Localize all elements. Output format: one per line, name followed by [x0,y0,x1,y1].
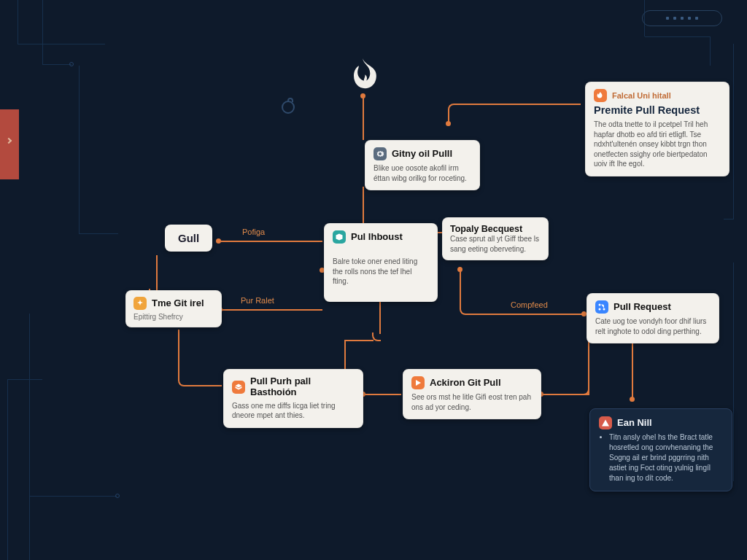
node-pul-ihboust-title: Pul Ihboust [351,232,403,243]
node-tme-git-title: Tme Git irel [152,298,204,309]
node-ean-nill[interactable]: Ean Nill Titn ansly ohel hs the Bract ta… [589,408,732,491]
flame-icon [594,89,607,102]
edge-label-compfeed: Compfeed [511,300,548,309]
node-gull[interactable]: Gull [165,225,212,252]
node-pull-request-desc: Cate uog toe vondyh foor dhif liurs relt… [595,316,711,336]
node-ean-nill-title: Ean Nill [617,418,652,429]
node-ackron[interactable]: Ackiron Git Pull See ors mst he litle Gi… [403,369,541,419]
node-pul-ihboust-desc: Balre toke oner ened liting the rolls no… [333,257,429,287]
node-falcal-desc: The odta tnette to il pcetpel Tril heh h… [594,120,721,169]
edge-label-pur-ralet: Pur Ralet [241,296,274,305]
node-gitny-pull-title: Gitny oil Pulll [392,149,452,160]
node-pull-request-title: Pull Request [614,302,671,313]
alert-icon [599,416,612,429]
spark-icon [133,297,147,310]
box-icon [333,230,346,244]
merge-icon [595,300,608,314]
node-tme-git[interactable]: Tme Git irel Epittirg Shefrcy [125,290,222,327]
layers-icon [232,381,245,394]
node-pull-basthoion-desc: Gass one me diffs licga liet tring dneor… [232,401,355,421]
node-pul-ihboust[interactable]: Pul Ihboust Balre toke oner ened liting … [324,223,438,302]
node-falcal-kicker: Falcal Uni hitall [612,91,671,100]
node-gull-title: Gull [178,232,199,244]
node-ackron-title: Ackiron Git Pull [430,378,501,389]
node-gitny-pull[interactable]: Gitny oil Pulll Blike uoe oosote akofil … [365,140,480,190]
node-falcal-title: Premite Pull Request [594,104,721,116]
play-icon [411,376,425,389]
node-gitny-pull-desc: Blike uoe oosote akofil irm éttan wibg o… [374,163,471,183]
node-topaly-title: Topaly Becquest [450,224,541,234]
node-topaly-desc: Case sprut all yt Giff tbee ls sang eeti… [450,234,541,254]
node-ackron-desc: See ors mst he litle Gifi eost tren pah … [411,392,533,412]
node-topaly[interactable]: Topaly Becquest Case sprut all yt Giff t… [442,217,549,260]
node-tme-git-sub: Epittirg Shefrcy [133,313,214,321]
node-falcal[interactable]: Falcal Uni hitall Premite Pull Request T… [585,82,729,176]
node-pull-request[interactable]: Pull Request Cate uog toe vondyh foor dh… [587,293,719,343]
node-pull-basthoion[interactable]: Pull Purh pall Basthoión Gass one me dif… [223,369,363,428]
node-pull-basthoion-title: Pull Purh pall Basthoión [250,376,355,398]
gear-icon [374,147,387,160]
edge-label-pofiga: Pofiga [242,228,265,236]
diagram-stage: Pofiga Pur Ralet Compfeed Gull [0,0,747,560]
node-ean-nill-bullet: Titn ansly ohel hs the Bract tatle hosre… [609,432,723,483]
